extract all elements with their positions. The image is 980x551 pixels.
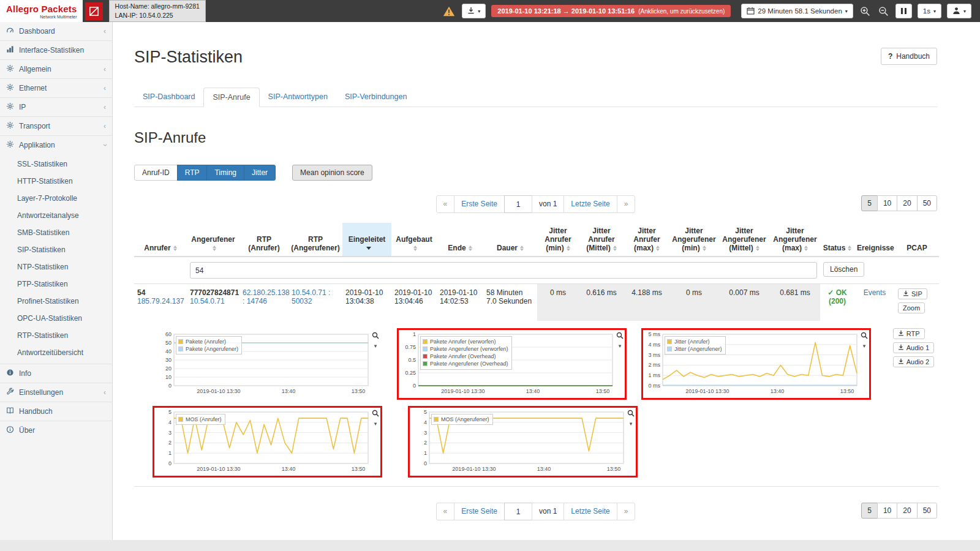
- chart-menu-caret[interactable]: ▾: [863, 343, 866, 349]
- sidebar-item-ptp-statistiken[interactable]: PTP-Statistiken: [0, 276, 112, 293]
- time-range-badge[interactable]: 2019-01-10 13:21:18 → 2019-01-10 13:51:1…: [491, 5, 731, 17]
- time-window-dropdown[interactable]: 29 Minuten 58.1 Sekunden ▾: [741, 4, 853, 18]
- toggle-mean-opinion-score[interactable]: Mean opinion score: [292, 165, 372, 181]
- sidebar-item-layer-7-protokolle[interactable]: Layer-7-Protokolle: [0, 190, 112, 207]
- page-size-20[interactable]: 20: [897, 503, 917, 519]
- pcap-audio1-button[interactable]: Audio 1: [893, 342, 934, 353]
- pause-button[interactable]: [895, 4, 912, 18]
- callee-ip-link[interactable]: 10.54.0.71: [190, 297, 225, 305]
- chart-menu-caret[interactable]: ▾: [619, 343, 622, 349]
- sidebar-item-transport[interactable]: Transport ‹: [0, 116, 112, 135]
- chart-menu-caret[interactable]: ▾: [374, 421, 377, 427]
- page-size-10[interactable]: 10: [877, 195, 897, 211]
- sidebar-item-profinet-statistiken[interactable]: Profinet-Statistiken: [0, 293, 112, 310]
- pcap-rtp-button[interactable]: RTP: [893, 328, 925, 339]
- magnifier-icon[interactable]: [627, 410, 635, 418]
- toggle-rtp[interactable]: RTP: [177, 165, 208, 181]
- sidebar-item-interface-statistiken[interactable]: Interface-Statistiken: [0, 40, 112, 59]
- col-header-aufgebaut[interactable]: Aufgebaut: [391, 223, 437, 257]
- toggle-anruf-id[interactable]: Anruf-ID: [134, 165, 178, 181]
- sidebar-item-handbuch[interactable]: Handbuch: [0, 402, 112, 421]
- filter-clear-button[interactable]: Löschen: [823, 262, 864, 277]
- tab-sip-verbindungen[interactable]: SIP-Verbindungen: [336, 88, 415, 107]
- sidebar-item-ssl-statistiken[interactable]: SSL-Statistiken: [0, 156, 112, 173]
- sidebar-item-opc-ua-statistiken[interactable]: OPC-UA-Statistiken: [0, 310, 112, 327]
- magnifier-icon[interactable]: [616, 332, 624, 340]
- pagination-page-input[interactable]: [504, 195, 532, 213]
- warning-icon[interactable]: [442, 6, 456, 17]
- sidebar-item-allgemein[interactable]: Allgemein ‹: [0, 59, 112, 78]
- sidebar-item-ip[interactable]: IP ‹: [0, 97, 112, 116]
- col-header-jitter-anrufer-mittel[interactable]: Jitter Anrufer (Mittel): [579, 223, 624, 257]
- col-header-ende[interactable]: Ende: [437, 223, 483, 257]
- ca ller-ip-link[interactable]: 185.79.24.137: [137, 297, 184, 305]
- table-filter-input[interactable]: [190, 262, 817, 279]
- pagination-prev[interactable]: «: [436, 503, 455, 520]
- col-header-dauer[interactable]: Dauer: [483, 223, 537, 257]
- col-header-anrufer[interactable]: Anrufer: [134, 223, 187, 257]
- magnifier-icon[interactable]: [372, 332, 379, 340]
- sidebar-item-antwortzeitanalyse[interactable]: Antwortzeitanalyse: [0, 207, 112, 224]
- chart-menu-caret[interactable]: ▾: [374, 343, 377, 349]
- rtp-callee-link[interactable]: 10.54.0.71 : 50032: [292, 288, 330, 305]
- svg-text:13:40: 13:40: [537, 466, 551, 472]
- sidebar-item-dashboard[interactable]: Dashboard ‹: [0, 22, 112, 40]
- logo-title: Allegro Packets: [6, 4, 77, 13]
- help-button[interactable]: ? Handbuch: [881, 48, 937, 65]
- chart-menu-caret[interactable]: ▾: [630, 421, 633, 427]
- pcap-sip-button[interactable]: SIP: [898, 288, 927, 299]
- col-header-rtp-anrufer[interactable]: RTP (Anrufer): [239, 223, 288, 257]
- page-size-50[interactable]: 50: [917, 195, 937, 211]
- col-header-jitter-anrufer-min[interactable]: Jitter Anrufer (min): [537, 223, 579, 257]
- sidebar-item-info[interactable]: Info: [0, 364, 112, 383]
- toggle-jitter[interactable]: Jitter: [244, 165, 276, 181]
- sidebar-item-ethernet[interactable]: Ethernet ‹: [0, 78, 112, 97]
- col-header-angerufener[interactable]: Angerufener: [187, 223, 239, 257]
- magnifier-icon[interactable]: [372, 410, 379, 418]
- tab-sip-dashboard[interactable]: SIP-Dashboard: [134, 88, 203, 107]
- sidebar-item-applikation[interactable]: Applikation ‹: [0, 135, 112, 154]
- pagination-first[interactable]: Erste Seite: [454, 503, 505, 520]
- page-size-5[interactable]: 5: [861, 195, 878, 211]
- col-header-jitter-angerufener-min[interactable]: Jitter Angerufener (min): [669, 223, 718, 257]
- tab-sip-anrufe[interactable]: SIP-Anrufe: [203, 88, 259, 107]
- page-size-10[interactable]: 10: [877, 503, 897, 519]
- toggle-timing[interactable]: Timing: [206, 165, 244, 181]
- sidebar-item-ueber[interactable]: Über: [0, 421, 112, 440]
- zoom-in-icon[interactable]: [859, 6, 872, 17]
- col-header-status[interactable]: Status: [820, 223, 854, 257]
- sidebar-item-smb-statistiken[interactable]: SMB-Statistiken: [0, 224, 112, 241]
- pagination-last[interactable]: Letzte Seite: [564, 195, 617, 213]
- download-button[interactable]: ▾: [462, 4, 486, 18]
- page-size-50[interactable]: 50: [917, 503, 937, 519]
- col-header-jitter-angerufener-max[interactable]: Jitter Angerufener (max): [770, 223, 820, 257]
- pcap-audio2-button[interactable]: Audio 2: [893, 356, 934, 367]
- col-header-rtp-angerufener[interactable]: RTP (Angerufener): [288, 223, 342, 257]
- tab-sip-antworttypen[interactable]: SIP-Antworttypen: [260, 88, 336, 107]
- sidebar-item-antwortzeituebersicht[interactable]: Antwortzeitübersicht: [0, 344, 112, 361]
- page-size-5[interactable]: 5: [861, 503, 878, 519]
- col-header-jitter-angerufener-mittel[interactable]: Jitter Angerufener (Mittel): [718, 223, 770, 257]
- pagination-last[interactable]: Letzte Seite: [564, 503, 617, 520]
- rtp-caller-link[interactable]: 62.180.25.138 : 14746: [243, 288, 290, 305]
- page-size-20[interactable]: 20: [897, 195, 917, 211]
- pagination-next[interactable]: »: [617, 195, 636, 213]
- col-header-eingeleitet[interactable]: Eingeleitet: [342, 223, 391, 257]
- sidebar-item-sip-statistiken[interactable]: SIP-Statistiken: [0, 241, 112, 258]
- events-link[interactable]: Events: [864, 288, 886, 297]
- pagination-first[interactable]: Erste Seite: [454, 195, 505, 213]
- sidebar-item-einstellungen[interactable]: Einstellungen ‹: [0, 383, 112, 402]
- pagination-prev[interactable]: «: [436, 195, 455, 213]
- sidebar-item-rtp-statistiken[interactable]: RTP-Statistiken: [0, 327, 112, 344]
- sidebar-item-http-statistiken[interactable]: HTTP-Statistiken: [0, 173, 112, 190]
- user-menu-button[interactable]: ▾: [947, 4, 971, 18]
- pcap-zoom-button[interactable]: Zoom: [898, 302, 925, 313]
- zoom-out-icon[interactable]: [877, 6, 890, 17]
- pagination-page-input[interactable]: [504, 503, 532, 520]
- col-header-jitter-anrufer-max[interactable]: Jitter Anrufer (max): [624, 223, 669, 257]
- logo[interactable]: Allegro Packets Network Multimeter: [0, 0, 83, 22]
- pagination-next[interactable]: »: [617, 503, 636, 520]
- magnifier-icon[interactable]: [861, 332, 868, 340]
- refresh-interval-dropdown[interactable]: 1s ▾: [918, 4, 941, 18]
- sidebar-item-ntp-statistiken[interactable]: NTP-Statistiken: [0, 258, 112, 276]
